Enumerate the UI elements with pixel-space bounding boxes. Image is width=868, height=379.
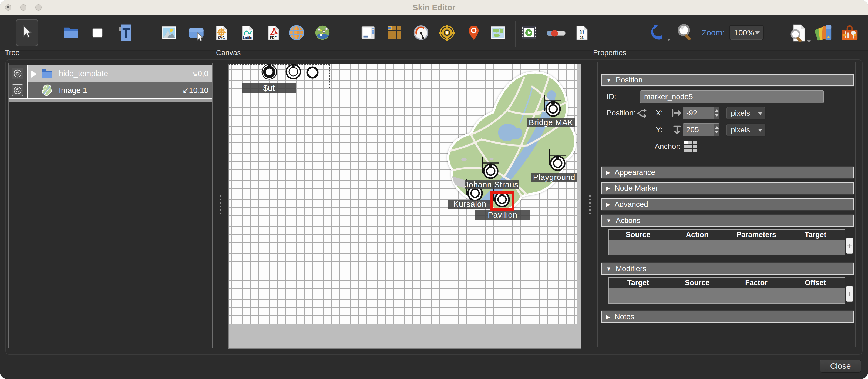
y-value-input[interactable]: [683, 123, 714, 136]
add-svg-file-icon[interactable]: SVG: [214, 23, 229, 43]
id-input[interactable]: [640, 90, 824, 103]
visibility-cell: [9, 65, 28, 82]
column-header[interactable]: Source: [609, 230, 668, 240]
add-panorama-icon[interactable]: [288, 24, 305, 41]
add-thumbnail-grid-icon[interactable]: [386, 25, 402, 41]
link-xy-icon[interactable]: [637, 108, 648, 118]
section-header-node-marker[interactable]: ▶ Node Marker: [601, 182, 854, 194]
template-ring-marker-bold[interactable]: [260, 64, 278, 81]
color-settings-icon[interactable]: [814, 24, 833, 42]
marker-label-johann-strauss[interactable]: Johann Strauss: [465, 180, 519, 189]
add-map-icon[interactable]: [489, 24, 507, 41]
cursor-arrow-icon: [21, 25, 33, 40]
section-header-advanced[interactable]: ▶ Advanced: [601, 198, 854, 210]
svg-text:JS: JS: [580, 36, 584, 40]
add-slider-icon[interactable]: [546, 29, 566, 38]
select-tool-button[interactable]: [16, 19, 38, 47]
marker-label-pavilion[interactable]: Pavilion: [475, 210, 530, 220]
eye-visibility-toggle[interactable]: [11, 84, 24, 96]
chevron-down-icon: [758, 112, 763, 115]
anchor-cell[interactable]: [684, 145, 688, 148]
column-header[interactable]: Target: [786, 230, 845, 240]
map-image-icon: [40, 84, 54, 97]
anchor-cell[interactable]: [693, 141, 697, 144]
section-collapsed-icon: ▶: [606, 185, 610, 192]
undo-dropdown-caret[interactable]: [667, 39, 671, 41]
spin-buttons[interactable]: [714, 107, 719, 119]
marker-label-kursalon[interactable]: Kursalon: [448, 200, 492, 209]
column-header[interactable]: Factor: [727, 278, 786, 288]
actions-table-empty-row[interactable]: [609, 240, 845, 256]
section-header-notes[interactable]: ▶ Notes: [601, 311, 854, 323]
tree-panel-title: Tree: [5, 49, 20, 57]
section-header-actions[interactable]: ▼ Actions: [601, 215, 854, 227]
zoom-tool-icon[interactable]: [676, 23, 693, 42]
tree-list-footer-strip: [9, 99, 212, 101]
close-button[interactable]: Close: [820, 359, 861, 373]
column-header[interactable]: Offset: [786, 278, 845, 288]
add-tour-node-icon[interactable]: [314, 24, 331, 41]
add-button-icon[interactable]: [187, 26, 205, 41]
section-label: Notes: [614, 313, 634, 321]
toolbar-separator: [515, 21, 516, 47]
modifiers-table-empty-row[interactable]: [609, 288, 845, 303]
anchor-cell[interactable]: [688, 145, 692, 148]
add-javascript-icon[interactable]: {;}JS: [574, 23, 590, 43]
anchor-cell[interactable]: [688, 141, 692, 144]
add-text-icon[interactable]: [118, 24, 133, 41]
anchor-selector[interactable]: [684, 141, 697, 152]
anchor-cell[interactable]: [693, 145, 697, 148]
y-unit-select[interactable]: pixels: [726, 123, 766, 137]
tree-row-hide-template[interactable]: hide_template ↘0,0: [9, 65, 212, 82]
toolbox-icon[interactable]: [839, 24, 860, 42]
add-modifier-button[interactable]: +: [846, 286, 854, 302]
column-header[interactable]: Target: [609, 278, 668, 288]
add-rectangle-icon[interactable]: [90, 25, 105, 40]
section-header-modifiers[interactable]: ▼ Modifiers: [601, 263, 854, 275]
toolbar: SVG Lottie PDF: [0, 15, 868, 51]
preview-dropdown-caret[interactable]: [807, 40, 811, 43]
undo-icon[interactable]: [650, 24, 668, 41]
add-video-icon[interactable]: [520, 24, 537, 41]
section-collapsed-icon: ▶: [606, 169, 610, 176]
visibility-cell: [9, 82, 28, 98]
anchor-cell[interactable]: [693, 149, 697, 152]
add-pin-marker-icon[interactable]: [467, 24, 481, 42]
add-pdf-file-icon[interactable]: PDF: [266, 23, 281, 43]
x-label: X:: [656, 107, 663, 119]
add-action-button[interactable]: +: [846, 238, 854, 254]
add-gauge-icon[interactable]: [413, 24, 429, 41]
preview-icon[interactable]: [788, 23, 808, 43]
column-header[interactable]: Source: [668, 278, 727, 288]
column-header[interactable]: Parameters: [727, 230, 786, 240]
add-compass-icon[interactable]: [439, 24, 455, 41]
add-folder-icon[interactable]: [63, 24, 80, 41]
add-window-icon[interactable]: [360, 24, 376, 41]
marker-label-bridge-mak[interactable]: Bridge MAK: [527, 118, 575, 127]
section-collapsed-icon: ▶: [606, 314, 610, 320]
template-ring-marker-double[interactable]: [285, 64, 302, 80]
section-header-position[interactable]: ▼ Position: [601, 74, 854, 86]
column-header[interactable]: Action: [668, 230, 727, 240]
anchor-cell[interactable]: [688, 149, 692, 152]
anchor-cell[interactable]: [684, 149, 688, 152]
marker-label-playground[interactable]: Playground: [531, 173, 578, 182]
folder-icon: [40, 67, 54, 80]
eye-visibility-toggle[interactable]: [11, 67, 24, 80]
spin-buttons[interactable]: [714, 123, 719, 136]
disclosure-triangle-icon[interactable]: [31, 70, 37, 78]
tree-canvas-splitter[interactable]: [219, 195, 221, 214]
section-header-appearance[interactable]: ▶ Appearance: [601, 167, 854, 178]
x-unit-select[interactable]: pixels: [726, 107, 766, 120]
zoom-level-select[interactable]: 100%: [729, 25, 764, 40]
canvas-properties-splitter[interactable]: [589, 195, 591, 214]
svg-text:Lottie: Lottie: [243, 36, 252, 40]
add-image-icon[interactable]: [160, 24, 178, 41]
add-lottie-file-icon[interactable]: Lottie: [240, 23, 255, 43]
anchor-cell-top-left[interactable]: [684, 141, 688, 144]
template-text-label[interactable]: $ut: [242, 83, 296, 93]
template-ring-marker-plain[interactable]: [304, 64, 321, 81]
x-value-input[interactable]: [683, 107, 714, 119]
section-expanded-icon: ▼: [606, 217, 612, 224]
tree-row-image-1[interactable]: Image 1 ↙10,10: [9, 82, 212, 99]
